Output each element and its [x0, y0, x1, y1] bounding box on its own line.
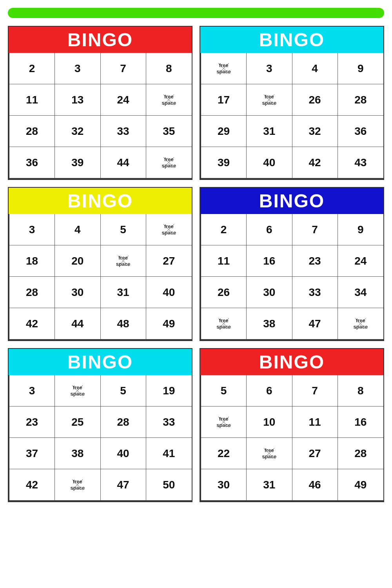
bingo-header-3: BINGO	[9, 188, 192, 214]
cell-2-0-0: freespace	[201, 53, 247, 84]
cell-3-3-1: 44	[55, 308, 100, 339]
cell-2-3-2: 42	[292, 147, 338, 178]
cell-5-0-2: 5	[101, 375, 146, 407]
cell-5-3-2: 47	[101, 469, 146, 501]
cell-4-2-3: 34	[338, 277, 383, 308]
cell-1-3-3: freespace	[146, 147, 192, 178]
cell-2-1-2: 26	[292, 84, 338, 116]
bingo-card-2: BINGO freespace 34917 f	[200, 26, 384, 180]
cell-3-0-1: 4	[55, 214, 100, 245]
cell-1-2-0: 28	[9, 116, 55, 147]
cell-6-2-3: 28	[338, 438, 383, 469]
cell-5-3-1: freespace	[55, 469, 100, 501]
cell-3-0-3: freespace	[146, 214, 192, 245]
cell-6-1-3: 16	[338, 407, 383, 438]
site-header	[8, 8, 384, 18]
cell-4-1-0: 11	[201, 245, 247, 277]
cell-5-3-3: 50	[146, 469, 192, 501]
bingo-grid-2: freespace 34917 freespace 26282931323639…	[200, 53, 383, 179]
cell-6-3-0: 30	[201, 469, 247, 501]
cell-4-3-3: freespace	[338, 308, 383, 339]
cell-4-0-2: 7	[292, 214, 338, 245]
cell-6-3-1: 31	[247, 469, 292, 501]
bingo-grid-4: 26791116232426303334 freespace 3847	[200, 214, 383, 340]
cell-2-1-3: 28	[338, 84, 383, 116]
cell-1-0-1: 3	[55, 53, 100, 84]
bingo-card-3: BINGO345 freespace 1820	[8, 187, 192, 341]
cell-2-2-2: 32	[292, 116, 338, 147]
cell-1-0-0: 2	[9, 53, 55, 84]
bingo-grid-3: 345 freespace 1820 free	[9, 214, 192, 340]
cell-1-3-0: 36	[9, 147, 55, 178]
cell-3-0-0: 3	[9, 214, 55, 245]
cell-6-0-3: 8	[338, 375, 383, 407]
cell-3-1-3: 27	[146, 245, 192, 277]
cell-1-0-3: 8	[146, 53, 192, 84]
cell-5-0-3: 19	[146, 375, 192, 407]
cell-4-2-2: 33	[292, 277, 338, 308]
cell-3-3-0: 42	[9, 308, 55, 339]
cell-5-0-1: freespace	[55, 375, 100, 407]
cell-6-1-1: 10	[247, 407, 292, 438]
bingo-header-1: BINGO	[9, 27, 192, 53]
cell-1-3-1: 39	[55, 147, 100, 178]
cell-1-2-1: 32	[55, 116, 100, 147]
bingo-grid-6: 5678 freespace 10111622	[200, 375, 383, 501]
cell-3-1-0: 18	[9, 245, 55, 277]
bingo-card-4: BINGO26791116232426303334 freespace 3847	[200, 187, 384, 341]
cell-2-0-3: 9	[338, 53, 383, 84]
cell-3-2-0: 28	[9, 277, 55, 308]
cell-5-2-2: 40	[101, 438, 146, 469]
cell-2-3-3: 43	[338, 147, 383, 178]
cell-1-0-2: 7	[101, 53, 146, 84]
bingo-header-6: BINGO	[200, 349, 383, 375]
cell-3-3-3: 49	[146, 308, 192, 339]
cell-5-2-0: 37	[9, 438, 55, 469]
cell-4-3-2: 47	[292, 308, 338, 339]
bingo-header-2: BINGO	[200, 27, 383, 53]
cell-2-1-1: freespace	[247, 84, 292, 116]
cell-6-1-2: 11	[292, 407, 338, 438]
cell-2-3-0: 39	[201, 147, 247, 178]
bingo-card-6: BINGO5678 freespace 10111622	[200, 348, 384, 502]
cell-4-2-1: 30	[247, 277, 292, 308]
cell-2-0-2: 4	[292, 53, 338, 84]
cell-5-1-2: 28	[101, 407, 146, 438]
cell-6-2-0: 22	[201, 438, 247, 469]
bingo-header-4: BINGO	[200, 188, 383, 214]
cell-4-0-1: 6	[247, 214, 292, 245]
bingo-grid-5: 3 freespace 519232528333738404142	[9, 375, 192, 501]
bingo-card-5: BINGO3 freespace 519232528333738404142	[8, 348, 192, 502]
cards-grid: BINGO2378111324 freespace 28323335363944	[0, 22, 392, 510]
cell-2-2-0: 29	[201, 116, 247, 147]
cell-5-3-0: 42	[9, 469, 55, 501]
cell-3-2-1: 30	[55, 277, 100, 308]
cell-1-3-2: 44	[101, 147, 146, 178]
cell-1-2-3: 35	[146, 116, 192, 147]
cell-5-1-1: 25	[55, 407, 100, 438]
cell-4-3-1: 38	[247, 308, 292, 339]
cell-1-1-0: 11	[9, 84, 55, 116]
cell-6-0-2: 7	[292, 375, 338, 407]
cell-3-0-2: 5	[101, 214, 146, 245]
cell-3-1-1: 20	[55, 245, 100, 277]
cell-4-1-2: 23	[292, 245, 338, 277]
cell-1-1-1: 13	[55, 84, 100, 116]
cell-5-0-0: 3	[9, 375, 55, 407]
cell-4-2-0: 26	[201, 277, 247, 308]
cell-4-0-3: 9	[338, 214, 383, 245]
cell-5-1-0: 23	[9, 407, 55, 438]
cell-2-3-1: 40	[247, 147, 292, 178]
cell-1-1-3: freespace	[146, 84, 192, 116]
cell-3-3-2: 48	[101, 308, 146, 339]
cell-1-2-2: 33	[101, 116, 146, 147]
cell-6-3-2: 46	[292, 469, 338, 501]
cell-5-2-1: 38	[55, 438, 100, 469]
cell-6-2-1: freespace	[247, 438, 292, 469]
cell-4-1-1: 16	[247, 245, 292, 277]
cell-2-2-1: 31	[247, 116, 292, 147]
cell-6-0-1: 6	[247, 375, 292, 407]
bingo-grid-1: 2378111324 freespace 28323335363944	[9, 53, 192, 179]
cell-5-2-3: 41	[146, 438, 192, 469]
cell-5-1-3: 33	[146, 407, 192, 438]
